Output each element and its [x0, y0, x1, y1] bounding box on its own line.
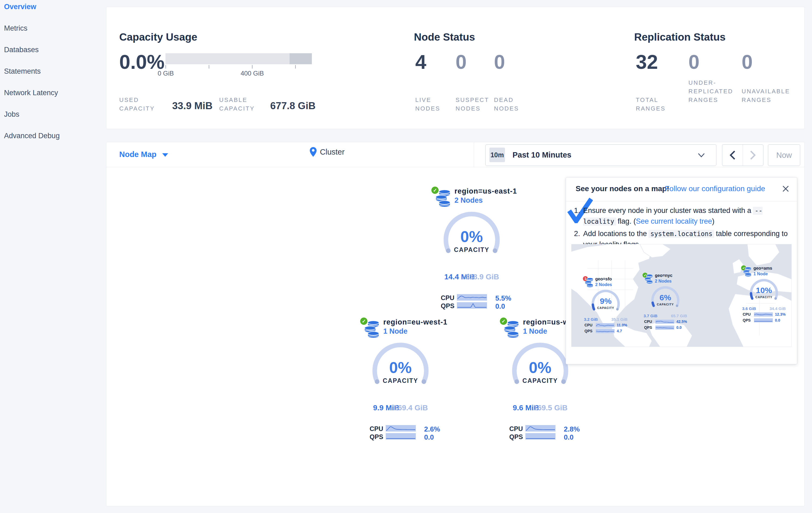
dead-nodes-label: DEAD NODES	[494, 96, 523, 113]
replication-status-title: Replication Status	[634, 31, 726, 43]
step-text: Add locations to the	[583, 230, 647, 238]
qps-label: QPS	[509, 433, 523, 441]
region-nodes-link[interactable]: 1 Node	[383, 327, 407, 335]
suspect-nodes-count: 0	[456, 52, 467, 72]
cpu-label: CPU	[644, 319, 652, 324]
region-nodes-link[interactable]: 1 Node	[523, 327, 547, 335]
qps-value: 4.7	[617, 329, 622, 333]
gauge-total-value: 169.4 GiB	[394, 404, 428, 412]
qps-sparkline	[457, 302, 487, 309]
configuration-guide-link[interactable]: Follow our configuration guide	[665, 184, 765, 193]
time-range-select[interactable]: 10m Past 10 Minutes	[485, 144, 716, 166]
live-nodes-count: 4	[415, 52, 426, 72]
mini-region-nodes[interactable]: 2 Nodes	[595, 282, 612, 287]
mini-region-name: geo=nyc	[655, 273, 672, 278]
qps-metric-row: QPS 0.0	[360, 433, 441, 440]
mini-region-geo-ams[interactable]: ✓ geo=ams 1 Node	[741, 265, 787, 325]
panel-title: See your nodes on a map!	[576, 184, 669, 193]
view-mode-label: Node Map	[119, 150, 156, 159]
qps-value: 0.0	[676, 325, 682, 330]
mini-region-nodes[interactable]: 1 Node	[753, 272, 768, 276]
chevron-down-icon	[698, 153, 705, 158]
database-nodes-icon	[436, 190, 450, 207]
used-capacity-label: USED CAPACITY	[119, 96, 154, 113]
sidebar-item-statements[interactable]: Statements	[4, 67, 41, 76]
gauge-used-value: 3.7 GiB	[644, 314, 658, 318]
qps-metric-row: QPS 0.0	[500, 433, 580, 440]
locality-tree-link[interactable]: See current locality tree	[636, 217, 712, 225]
gauge-percent: 10%	[749, 286, 779, 295]
capacity-axis-label-0: 0 GiB	[158, 70, 174, 77]
time-range-badge: 10m	[489, 147, 505, 162]
region-name: region=us-east-1	[455, 187, 517, 195]
database-nodes-icon	[365, 321, 379, 338]
step-text: Ensure every node in your cluster was st…	[583, 207, 751, 215]
mini-region-geo-nyc[interactable]: ✓ geo=nyc 2 Nodes	[642, 273, 688, 332]
qps-metric-row: QPS 4.7	[583, 329, 629, 334]
live-nodes-label: LIVE NODES	[415, 96, 445, 113]
chevron-right-icon	[750, 151, 756, 160]
sidebar: Overview Metrics Databases Statements Ne…	[0, 0, 106, 513]
cpu-metric-row: CPU 2.6%	[360, 425, 441, 432]
gauge-caption: CAPACITY	[442, 246, 501, 253]
capacity-axis-tick	[295, 65, 296, 69]
sidebar-item-jobs[interactable]: Jobs	[4, 110, 19, 118]
usable-capacity-value: 677.8 GiB	[270, 100, 316, 112]
database-nodes-icon	[645, 274, 653, 284]
example-node-map: 1 geo=sfo 2 Nodes	[571, 244, 791, 347]
panel-header: See your nodes on a map! Follow our conf…	[566, 178, 797, 201]
database-nodes-icon	[504, 321, 519, 338]
qps-value: 0.0	[495, 302, 505, 310]
region-group-eu-west-1[interactable]: ✓ region=eu-west-1 1 Node 0% CAPACITY 9.…	[360, 318, 441, 410]
gauge-caption: CAPACITY	[591, 306, 620, 309]
sidebar-item-advanced-debug[interactable]: Advanced Debug	[4, 132, 60, 140]
view-mode-dropdown[interactable]: Node Map	[119, 150, 156, 159]
capacity-bar-reserved-segment	[290, 53, 312, 64]
used-capacity-value: 33.9 MiB	[172, 100, 212, 112]
unavailable-count: 0	[742, 52, 753, 72]
mini-region-nodes[interactable]: 2 Nodes	[655, 279, 671, 284]
mini-capacity-gauge: 10% CAPACITY	[749, 277, 779, 307]
cpu-value: 11.0%	[617, 323, 627, 327]
gauge-total-value: 35.1 GiB	[611, 317, 628, 322]
locality-breadcrumb[interactable]: Cluster	[310, 147, 345, 157]
gauge-percent: 0%	[511, 358, 570, 376]
time-back-button[interactable]	[722, 145, 743, 166]
total-ranges-count: 32	[636, 52, 658, 72]
region-nodes-link[interactable]: 2 Nodes	[455, 196, 483, 205]
gauge-percent: 0%	[371, 358, 430, 376]
cpu-sparkline	[457, 294, 487, 301]
cpu-label: CPU	[509, 425, 523, 433]
sidebar-item-metrics[interactable]: Metrics	[4, 24, 27, 32]
qps-metric-row: QPS 0.0	[642, 325, 688, 330]
close-icon[interactable]	[781, 184, 790, 193]
sidebar-item-overview[interactable]: Overview	[4, 3, 36, 11]
cpu-metric-row: CPU 2.8%	[500, 425, 580, 432]
qps-value: 0.0	[424, 433, 434, 441]
total-ranges-label: TOTAL RANGES	[636, 96, 671, 113]
sidebar-item-network-latency[interactable]: Network Latency	[4, 89, 58, 97]
usable-capacity-label: USABLE CAPACITY	[219, 96, 258, 113]
step-text: )	[712, 217, 715, 225]
time-forward-button[interactable]	[743, 145, 763, 166]
gauge-percent: 0%	[442, 227, 501, 245]
now-button[interactable]: Now	[768, 144, 800, 166]
time-range-label: Past 10 Minutes	[513, 151, 571, 159]
qps-sparkline	[656, 326, 674, 330]
region-group-us-east-1[interactable]: ✓ region=us-east-1 2 Nodes 0% CAPACITY 1…	[431, 187, 512, 279]
qps-label: QPS	[644, 325, 652, 330]
nodes-on-map-panel: See your nodes on a map! Follow our conf…	[566, 177, 797, 364]
time-pager	[722, 144, 763, 166]
database-nodes-icon	[585, 278, 593, 288]
mini-region-geo-sfo[interactable]: 1 geo=sfo 2 Nodes	[583, 276, 629, 335]
mini-capacity-gauge: 6% CAPACITY	[650, 285, 680, 314]
cpu-sparkline	[386, 425, 416, 432]
database-nodes-icon	[743, 267, 751, 277]
gauge-percent: 6%	[650, 293, 680, 302]
capacity-bar	[166, 53, 312, 64]
step-locality-flag: Ensure every node in your cluster was st…	[583, 206, 790, 227]
sidebar-item-databases[interactable]: Databases	[4, 46, 39, 54]
gauge-caption: CAPACITY	[371, 377, 430, 384]
capacity-gauge: 0% CAPACITY 9.9 MiB 169.4 GiB	[371, 339, 430, 398]
gauge-total-value: 34.4 GiB	[770, 306, 786, 311]
